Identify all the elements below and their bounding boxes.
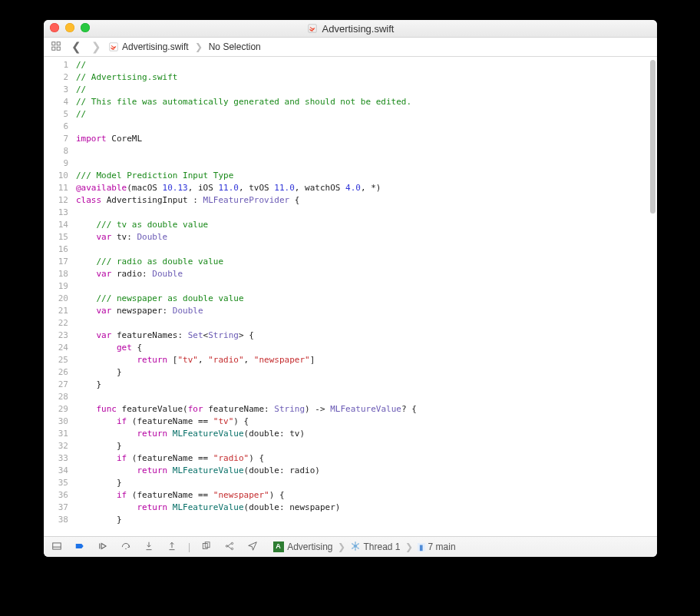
debug-view-hierarchy-button[interactable] <box>200 541 213 554</box>
code-line[interactable]: // <box>76 84 657 96</box>
source-editor[interactable]: 1234567891011121314151617181920212223242… <box>44 57 657 536</box>
line-number: 21 <box>44 305 68 317</box>
code-line[interactable] <box>76 207 657 219</box>
code-line[interactable]: // <box>76 108 657 121</box>
code-line[interactable]: /// tv as double value <box>76 219 657 231</box>
debug-process-crumbs[interactable]: Advertising ❯ Thread 1 ❯ ▮ 7 main <box>273 541 455 554</box>
svg-rect-2 <box>57 41 60 45</box>
code-line[interactable]: var newspaper: Double <box>76 305 657 317</box>
toggle-breakpoints-button[interactable] <box>73 541 87 554</box>
svg-point-9 <box>125 548 126 548</box>
breadcrumb-file[interactable]: Advertising.swift <box>108 41 189 52</box>
line-number: 18 <box>44 268 68 280</box>
line-number: 9 <box>44 157 68 170</box>
code-line[interactable]: return MLFeatureValue(double: tv) <box>76 428 657 440</box>
line-number: 4 <box>44 96 68 108</box>
code-area[interactable]: //// Advertising.swift//// This file was… <box>73 57 657 536</box>
line-number: 13 <box>44 207 68 219</box>
code-line[interactable]: /// newspaper as double value <box>76 293 657 305</box>
line-number: 24 <box>44 342 68 354</box>
svg-line-27 <box>357 543 358 545</box>
code-line[interactable] <box>76 391 657 403</box>
code-line[interactable]: } <box>76 366 657 379</box>
code-line[interactable]: // Advertising.swift <box>76 71 657 84</box>
line-number: 2 <box>44 71 68 84</box>
code-line[interactable]: /// Model Prediction Input Type <box>76 170 657 182</box>
svg-point-16 <box>226 545 227 546</box>
svg-line-25 <box>357 547 358 548</box>
line-number: 16 <box>44 243 68 256</box>
debug-memory-graph-button[interactable] <box>223 541 236 554</box>
code-line[interactable]: @available(macOS 10.13, iOS 11.0, tvOS 1… <box>76 182 657 194</box>
svg-rect-6 <box>53 542 61 548</box>
breadcrumb-file-name: Advertising.swift <box>122 41 189 52</box>
line-number: 6 <box>44 121 68 133</box>
close-window-button[interactable] <box>50 23 59 32</box>
related-items-button[interactable] <box>48 41 64 54</box>
continue-button[interactable] <box>96 541 110 554</box>
svg-line-24 <box>352 543 353 545</box>
code-line[interactable]: var radio: Double <box>76 268 657 280</box>
code-line[interactable]: // This file was automatically generated… <box>76 96 657 108</box>
code-line[interactable]: var featureNames: Set<String> { <box>76 330 657 342</box>
breadcrumb-selection[interactable]: No Selection <box>209 41 261 52</box>
step-into-button[interactable] <box>142 541 156 554</box>
code-line[interactable]: var tv: Double <box>76 231 657 243</box>
window-title: Advertising.swift <box>307 23 395 35</box>
line-number: 8 <box>44 145 68 157</box>
code-line[interactable]: get { <box>76 342 657 354</box>
code-line[interactable] <box>76 317 657 330</box>
code-line[interactable]: if (featureName == "tv") { <box>76 416 657 428</box>
back-button[interactable]: ❮ <box>68 40 84 54</box>
step-over-button[interactable] <box>119 541 133 554</box>
svg-rect-1 <box>52 41 55 45</box>
chevron-right-icon: ❯ <box>193 41 204 52</box>
code-line[interactable]: } <box>76 379 657 391</box>
forward-button[interactable]: ❯ <box>88 40 104 54</box>
code-line[interactable]: return MLFeatureValue(double: newspaper) <box>76 502 657 514</box>
line-number: 1 <box>44 59 68 71</box>
svg-line-26 <box>352 547 353 548</box>
debug-bar: | Advertising ❯ Thread 1 ❯ ▮ 7 main <box>44 536 657 557</box>
minimize-window-button[interactable] <box>65 23 74 32</box>
code-line[interactable]: class AdvertisingInput : MLFeatureProvid… <box>76 194 657 207</box>
step-out-button[interactable] <box>165 541 179 554</box>
line-number: 37 <box>44 502 68 514</box>
code-line[interactable]: } <box>76 440 657 452</box>
code-line[interactable]: if (featureName == "radio") { <box>76 452 657 465</box>
line-number-gutter: 1234567891011121314151617181920212223242… <box>44 57 73 536</box>
svg-point-17 <box>231 542 233 544</box>
line-number: 10 <box>44 170 68 182</box>
code-line[interactable]: return ["tv", "radio", "newspaper"] <box>76 354 657 366</box>
simulate-location-button[interactable] <box>246 541 259 554</box>
line-number: 19 <box>44 280 68 293</box>
code-line[interactable] <box>76 145 657 157</box>
code-line[interactable]: /// radio as double value <box>76 256 657 268</box>
code-line[interactable] <box>76 280 657 293</box>
swift-file-icon <box>307 23 318 34</box>
vertical-scrollbar[interactable] <box>650 60 655 214</box>
line-number: 7 <box>44 133 68 145</box>
code-line[interactable]: return MLFeatureValue(double: radio) <box>76 465 657 477</box>
zoom-window-button[interactable] <box>81 23 90 32</box>
code-line[interactable] <box>76 121 657 133</box>
hide-debug-area-button[interactable] <box>50 541 64 554</box>
app-icon <box>273 541 284 552</box>
stack-frame-icon: ▮ <box>418 543 425 551</box>
code-line[interactable]: // <box>76 59 657 71</box>
line-number: 17 <box>44 256 68 268</box>
code-line[interactable]: if (featureName == "newspaper") { <box>76 489 657 502</box>
code-line[interactable]: func featureValue(for featureName: Strin… <box>76 403 657 416</box>
line-number: 25 <box>44 354 68 366</box>
code-line[interactable]: import CoreML <box>76 133 657 145</box>
line-number: 30 <box>44 416 68 428</box>
code-line[interactable] <box>76 243 657 256</box>
line-number: 23 <box>44 330 68 342</box>
svg-point-18 <box>231 548 233 549</box>
code-line[interactable]: } <box>76 514 657 526</box>
svg-rect-4 <box>57 47 60 50</box>
code-line[interactable] <box>76 157 657 170</box>
line-number: 3 <box>44 84 68 96</box>
code-line[interactable]: } <box>76 477 657 489</box>
titlebar: Advertising.swift <box>44 20 657 38</box>
